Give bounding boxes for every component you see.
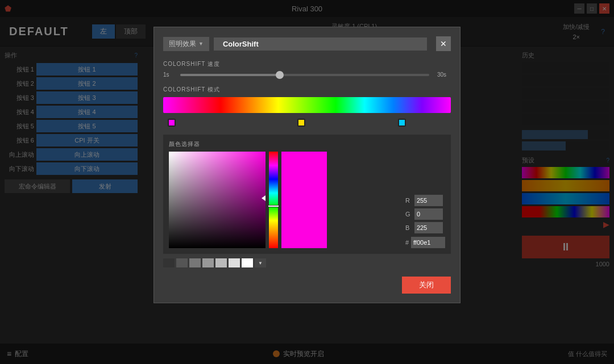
color-picker-section: 颜色选择器: [163, 135, 451, 254]
b-label: B: [405, 224, 412, 231]
r-row: R: [405, 195, 445, 206]
r-label: R: [405, 197, 412, 204]
speed-section: COLORSHIFT 速度 1s 30s: [163, 60, 451, 78]
pattern-section: COLORSHIFT 模式: [163, 86, 451, 127]
picker-left: 颜色选择器: [169, 140, 401, 248]
pattern-label: COLORSHIFT 模式: [163, 86, 451, 94]
color-stop-1[interactable]: [168, 119, 176, 127]
swatch-7[interactable]: [242, 258, 253, 267]
modal-footer: 关闭: [163, 277, 451, 294]
swatch-2[interactable]: [176, 258, 188, 267]
speed-slider-row: 1s 30s: [163, 72, 451, 78]
color-stop-3[interactable]: [398, 119, 406, 127]
hex-input[interactable]: [411, 237, 445, 248]
lighting-dropdown[interactable]: 照明效果 ▼: [163, 37, 209, 51]
modal-close-red-button[interactable]: 关闭: [402, 277, 451, 294]
speed-max-label: 30s: [437, 72, 451, 78]
hex-hash: #: [405, 239, 409, 246]
colorshift-title-bar: ColorShift: [214, 37, 427, 51]
color-stop-2[interactable]: [297, 119, 305, 127]
b-input[interactable]: [414, 222, 443, 233]
swatch-1[interactable]: [163, 258, 175, 267]
swatches-row: ▼: [163, 258, 451, 267]
swatch-5[interactable]: [215, 258, 227, 267]
rainbow-bar[interactable]: [163, 97, 451, 113]
speed-label: COLORSHIFT 速度: [163, 60, 451, 68]
lighting-effect-label: 照明效果: [169, 39, 196, 49]
dropdown-arrow-icon: ▼: [198, 41, 204, 47]
swatch-dropdown-btn[interactable]: ▼: [255, 258, 266, 267]
swatch-4[interactable]: [202, 258, 214, 267]
swatch-3[interactable]: [189, 258, 201, 267]
hue-indicator: [268, 205, 279, 207]
color-gradient-box[interactable]: [169, 152, 265, 248]
speed-slider[interactable]: [180, 74, 429, 76]
b-row: B: [405, 222, 445, 233]
hue-bar-wrap: [269, 152, 278, 248]
modal-overlay: 照明效果 ▼ ColorShift ✕ COLORSHIFT 速度 1s 30s…: [0, 0, 614, 364]
swatch-6[interactable]: [229, 258, 240, 267]
gradient-indicator: [262, 195, 265, 201]
modal-close-button[interactable]: ✕: [436, 36, 451, 51]
colorshift-title: ColorShift: [223, 40, 259, 48]
picker-label: 颜色选择器: [169, 140, 401, 148]
speed-min-label: 1s: [163, 72, 172, 78]
color-modal: 照明效果 ▼ ColorShift ✕ COLORSHIFT 速度 1s 30s…: [154, 27, 460, 303]
g-input[interactable]: [414, 208, 443, 220]
color-preview-large: [281, 152, 327, 248]
hex-row: #: [405, 237, 445, 248]
modal-header: 照明效果 ▼ ColorShift ✕: [163, 36, 451, 51]
g-label: G: [405, 211, 412, 217]
rgb-inputs: R G B #: [405, 140, 445, 248]
r-input[interactable]: [414, 195, 443, 206]
g-row: G: [405, 208, 445, 220]
hue-bar[interactable]: [269, 152, 278, 248]
